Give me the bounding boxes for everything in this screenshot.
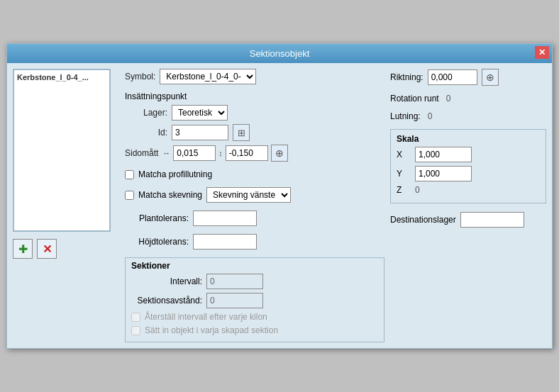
z-row: Z 0 xyxy=(397,185,540,195)
title-bar: Sektionsobjekt ✕ xyxy=(7,44,552,63)
hojdtolerans-row: Höjdtolerans: xyxy=(125,234,384,250)
horiz-arrow-icon: ↔ xyxy=(162,149,170,157)
main-dialog: Sektionsobjekt ✕ Kerbstone_l_0-4_... ✚ ✕… xyxy=(6,43,553,349)
symbol-select[interactable]: Kerbstone_l_0-4_0- xyxy=(160,69,256,84)
y-input[interactable] xyxy=(415,166,472,181)
add-icon: ✚ xyxy=(18,242,28,256)
close-button[interactable]: ✕ xyxy=(535,46,549,59)
dest-row: Destinationslager xyxy=(390,212,546,228)
main-panel: Symbol: Kerbstone_l_0-4_0- Insättningspu… xyxy=(125,69,384,342)
dest-label: Destinationslager xyxy=(390,215,456,225)
hojdtolerans-input[interactable] xyxy=(193,234,257,250)
matcha-profillutning-label: Matcha profillutning xyxy=(138,169,212,179)
plantolerans-row: Plantolerans: xyxy=(125,211,384,226)
intervall-row: Intervall: xyxy=(131,274,378,289)
skevning-row: Matcha skevning Skevning vänste xyxy=(125,187,384,203)
right-panel: Riktning: ⊕ Rotation runt 0 Lutning: 0 S… xyxy=(390,69,546,342)
preview-label: Kerbstone_l_0-4_... xyxy=(17,73,89,82)
btn-row: ✚ ✕ xyxy=(13,239,119,259)
intervall-label: Intervall: xyxy=(131,276,202,286)
dialog-body: Kerbstone_l_0-4_... ✚ ✕ Symbol: Kerbston… xyxy=(7,63,552,348)
riktning-row: Riktning: ⊕ xyxy=(390,69,546,86)
lager-select[interactable]: Teoretisk xyxy=(172,105,228,121)
lutning-label: Lutning: xyxy=(390,111,421,121)
cb2-label: Sätt in objekt i varja skapad sektion xyxy=(145,325,278,335)
vert-arrow-icon: ↕ xyxy=(218,149,223,157)
add-button[interactable]: ✚ xyxy=(13,239,33,259)
sidomatt-input1[interactable] xyxy=(173,145,216,161)
sidomatt-label: Sidomått xyxy=(125,148,158,158)
rotation-label: Rotation runt xyxy=(390,94,439,103)
dialog-title: Sektionsobjekt xyxy=(250,48,310,59)
lager-label: Lager: xyxy=(125,108,167,118)
plantolerans-input[interactable] xyxy=(193,211,257,226)
cb1-label: Återställ intervall efter varje kilon xyxy=(145,312,267,322)
id-label: Id: xyxy=(125,128,167,138)
skevning-select[interactable]: Skevning vänste xyxy=(206,187,291,203)
sektionsavstand-row: Sektionsavstånd: xyxy=(131,293,378,308)
matcha-skevning-checkbox[interactable] xyxy=(125,191,134,200)
insattningspunkt-title: Insättningspunkt xyxy=(125,91,384,101)
x-row: X xyxy=(397,147,540,162)
intervall-input[interactable] xyxy=(206,274,263,289)
sidomatt-crosshair-btn[interactable]: ⊕ xyxy=(271,145,288,162)
symbol-label: Symbol: xyxy=(125,72,155,82)
rotation-value: 0 xyxy=(446,94,451,103)
x-label: X xyxy=(397,150,411,159)
matcha-skevning-label: Matcha skevning xyxy=(138,190,202,200)
sektionsavstand-input[interactable] xyxy=(206,293,263,308)
id-input[interactable] xyxy=(172,125,228,140)
riktning-input[interactable] xyxy=(428,69,477,85)
lutning-value: 0 xyxy=(428,111,433,121)
id-select-icon: ⊞ xyxy=(238,128,245,138)
cb1-checkbox[interactable] xyxy=(131,313,140,322)
cb1-row: Återställ intervall efter varje kilon xyxy=(131,312,378,322)
riktning-btn[interactable]: ⊕ xyxy=(482,69,499,86)
id-row: Id: ⊞ xyxy=(125,124,384,141)
symbol-row: Symbol: Kerbstone_l_0-4_0- xyxy=(125,69,384,84)
sidomatt-input2[interactable] xyxy=(226,145,268,161)
dest-input[interactable] xyxy=(460,212,524,228)
left-panel: Kerbstone_l_0-4_... ✚ ✕ xyxy=(13,69,119,342)
rotation-row: Rotation runt 0 xyxy=(390,94,546,103)
remove-icon: ✕ xyxy=(43,242,52,256)
hojdtolerans-label: Höjdtolerans: xyxy=(125,237,189,247)
z-label: Z xyxy=(397,185,411,195)
cb2-checkbox[interactable] xyxy=(131,326,140,335)
y-row: Y xyxy=(397,166,540,181)
insattningspunkt-section: Insättningspunkt Lager: Teoretisk Id: ⊞ … xyxy=(125,91,384,165)
id-crosshair-btn[interactable]: ⊞ xyxy=(233,124,250,141)
lutning-row: Lutning: 0 xyxy=(390,111,546,121)
sidomatt-target-icon: ⊕ xyxy=(275,147,284,159)
skala-section: Skala X Y Z 0 xyxy=(390,129,546,203)
riktning-target-icon: ⊕ xyxy=(486,72,494,83)
profillutning-row: Matcha profillutning xyxy=(125,169,384,179)
sidomatt-row: Sidomått ↔ ↕ ⊕ xyxy=(125,145,384,162)
lager-row: Lager: Teoretisk xyxy=(125,105,384,121)
cb2-row: Sätt in objekt i varja skapad sektion xyxy=(131,325,378,335)
sektionsavstand-label: Sektionsavstånd: xyxy=(131,296,202,306)
sektioner-section: Sektioner Intervall: Sektionsavstånd: Åt… xyxy=(125,257,384,342)
x-input[interactable] xyxy=(415,147,472,162)
y-label: Y xyxy=(397,169,411,179)
matcha-profillutning-checkbox[interactable] xyxy=(125,170,134,179)
preview-box: Kerbstone_l_0-4_... xyxy=(13,69,111,232)
plantolerans-label: Plantolerans: xyxy=(125,213,189,223)
skala-title: Skala xyxy=(397,134,540,144)
sektioner-title: Sektioner xyxy=(131,261,378,271)
riktning-label: Riktning: xyxy=(390,72,424,82)
z-value: 0 xyxy=(415,185,420,195)
remove-button[interactable]: ✕ xyxy=(37,239,57,259)
